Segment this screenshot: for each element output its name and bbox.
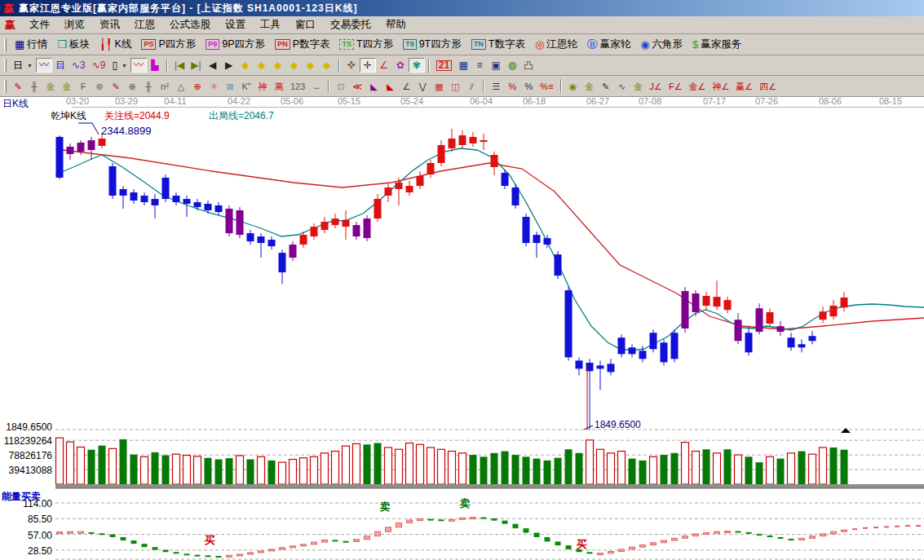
quotes-button[interactable]: ▦行情 bbox=[10, 36, 52, 53]
save-button[interactable]: ▣ bbox=[488, 58, 504, 73]
target-icon[interactable]: ⊕ bbox=[189, 79, 206, 94]
menu-browse[interactable]: 浏览 bbox=[57, 16, 92, 33]
gold-grid-icon[interactable]: 金 bbox=[42, 79, 59, 94]
h-measure-icon[interactable]: ↔ bbox=[308, 79, 325, 94]
pencil-chart-icon[interactable]: ✎ bbox=[108, 79, 124, 94]
angle-f-icon[interactable]: F∠ bbox=[665, 79, 686, 94]
menu-help[interactable]: 帮助 bbox=[378, 16, 413, 33]
pencil-red-icon[interactable]: ✎ bbox=[10, 79, 26, 94]
grid-icon[interactable]: ╫ bbox=[26, 79, 42, 94]
red-grid2-icon: ◫ bbox=[451, 81, 459, 92]
percent-lines-icon[interactable]: ☰ bbox=[488, 79, 504, 94]
calendar-21-button[interactable]: 21 bbox=[433, 59, 455, 73]
diamond-left-button[interactable]: ◆ bbox=[237, 58, 254, 73]
next-button[interactable]: ▶ bbox=[221, 58, 237, 73]
diamond-split-h-button[interactable]: ◆ bbox=[303, 58, 319, 73]
box-measure-icon[interactable]: ⊡ bbox=[333, 79, 349, 94]
t-number-table-button[interactable]: TNT数字表 bbox=[466, 36, 530, 53]
last-page-button[interactable]: ▶| bbox=[188, 58, 204, 73]
period-day-dropdown[interactable]: 日▼ bbox=[10, 58, 36, 73]
histogram-color-icon[interactable]: ▙ bbox=[147, 58, 163, 73]
menu-trade[interactable]: 交易委托 bbox=[323, 16, 378, 33]
wave-a-icon[interactable]: ∿ bbox=[614, 79, 630, 94]
gold-circle-icon[interactable]: ◉ bbox=[565, 79, 581, 94]
calculator-button[interactable]: ▦ bbox=[455, 58, 471, 73]
red-grid2-icon[interactable]: ◫ bbox=[447, 79, 463, 94]
p-square-button[interactable]: PSP四方形 bbox=[136, 36, 201, 53]
crosshair-tool-button[interactable]: ✛ bbox=[360, 58, 376, 73]
grid2-icon[interactable]: ╫ bbox=[140, 79, 157, 94]
info-doc-icon[interactable]: 目 bbox=[52, 58, 69, 73]
p-number-table-button[interactable]: PNP数字表 bbox=[270, 36, 334, 53]
pencil-lines-icon[interactable]: ✎ bbox=[598, 79, 614, 94]
wave3-icon[interactable]: ∿3 bbox=[69, 58, 89, 73]
gann-flower-tool-button[interactable]: ✿ bbox=[392, 58, 409, 73]
angle-j-icon[interactable]: J∠ bbox=[647, 79, 665, 94]
menu-file[interactable]: 文件 bbox=[22, 16, 57, 33]
spiral-icon[interactable]: ⊚ bbox=[91, 79, 108, 94]
sectors-button[interactable]: ❒板块 bbox=[52, 36, 95, 53]
t9-square-button[interactable]: T99T四方形 bbox=[398, 36, 466, 53]
diamond-split-v-button[interactable]: ◆ bbox=[319, 58, 335, 73]
rays-icon[interactable]: ≪ bbox=[349, 79, 365, 94]
diamond-expand-button[interactable]: ◆ bbox=[270, 58, 286, 73]
candle-body bbox=[618, 337, 626, 354]
angle-four-icon[interactable]: 四∠ bbox=[756, 79, 780, 94]
parallel-lines-icon[interactable]: ⫽ bbox=[463, 79, 480, 94]
circle-arrows-icon[interactable]: ⊕ bbox=[124, 79, 140, 94]
menu-info[interactable]: 资讯 bbox=[92, 16, 127, 33]
export-web-button[interactable]: ◍ bbox=[504, 58, 520, 73]
diamond-right-button[interactable]: ◆ bbox=[254, 58, 270, 73]
percent-levels-icon[interactable]: %≡ bbox=[537, 79, 556, 94]
angle-shen-icon[interactable]: 神∠ bbox=[709, 79, 732, 94]
hand-tool-button[interactable]: ✜ bbox=[343, 58, 360, 73]
percent-red-icon[interactable]: % bbox=[504, 79, 520, 94]
menu-gann[interactable]: 江恩 bbox=[127, 16, 162, 33]
red-grid-icon[interactable]: ▦ bbox=[431, 79, 447, 94]
fan-red-icon[interactable]: ◣ bbox=[382, 79, 398, 94]
fan-purple-icon[interactable]: ◣ bbox=[365, 79, 382, 94]
angle-rays-icon[interactable]: ∠ bbox=[398, 79, 414, 94]
f-grid-icon[interactable]: F bbox=[75, 79, 91, 94]
gold-grid2-icon[interactable]: 金 bbox=[59, 79, 75, 94]
gold-underline-icon[interactable]: 金 bbox=[630, 79, 647, 94]
angle-gold-icon[interactable]: 金∠ bbox=[686, 79, 710, 94]
energy-bar-up bbox=[365, 536, 370, 540]
chart-canvas[interactable]: 03-2003-2904-1104-2205-0605-1505-2406-04… bbox=[0, 97, 924, 560]
p9-square-button[interactable]: P99P四方形 bbox=[201, 36, 270, 53]
box-web-icon[interactable]: ⊠ bbox=[222, 79, 238, 94]
n-square-icon[interactable]: n² bbox=[157, 79, 173, 94]
first-page-button[interactable]: |◀ bbox=[171, 58, 188, 73]
menu-window[interactable]: 窗口 bbox=[288, 16, 323, 33]
brain-tool-button[interactable]: ✾ bbox=[409, 58, 425, 73]
print-button[interactable]: 凸 bbox=[520, 58, 537, 73]
wave9-icon[interactable]: ∿9 bbox=[89, 58, 109, 73]
zigzag-v-icon[interactable]: ⋁ bbox=[414, 79, 431, 94]
winner-wheel-button[interactable]: Ⓑ赢家轮 bbox=[582, 36, 636, 53]
menu-tools[interactable]: 工具 bbox=[253, 16, 288, 33]
kline-button[interactable]: ╽╿K线 bbox=[95, 36, 137, 53]
hexagon-button[interactable]: ◉六角形 bbox=[635, 36, 687, 53]
abacus-icon[interactable]: 123 bbox=[287, 79, 308, 94]
candle-style-dropdown[interactable]: ▯▼ bbox=[108, 58, 130, 73]
notes-button[interactable]: ≡ bbox=[471, 58, 488, 73]
gann-wheel-button[interactable]: ◎江恩轮 bbox=[530, 36, 582, 53]
prev-button[interactable]: ◀ bbox=[205, 58, 221, 73]
compass-icon[interactable]: △ bbox=[173, 79, 189, 94]
t-square-button[interactable]: TST四方形 bbox=[334, 36, 398, 53]
percent-icon[interactable]: % bbox=[520, 79, 537, 94]
zigzag-red-icon[interactable]: 〰 bbox=[130, 58, 147, 73]
menu-formula-pick[interactable]: 公式选股 bbox=[162, 16, 218, 33]
menu-settings[interactable]: 设置 bbox=[218, 16, 253, 33]
angle-line-tool-button[interactable]: ∠ bbox=[376, 58, 392, 73]
diamond-shrink-button[interactable]: ◆ bbox=[286, 58, 303, 73]
wan-grid-icon[interactable]: 萬 bbox=[271, 79, 287, 94]
energy-bar-up bbox=[471, 518, 476, 519]
zigzag-blue-icon[interactable]: 〰 bbox=[36, 58, 52, 73]
winner-service-button[interactable]: $赢家服务 bbox=[687, 36, 746, 53]
star-web-icon[interactable]: ✳ bbox=[206, 79, 222, 94]
gold-lines-icon[interactable]: 金 bbox=[581, 79, 598, 94]
shen-grid-icon[interactable]: 神 bbox=[254, 79, 271, 94]
k-quote-icon[interactable]: K" bbox=[238, 79, 254, 94]
angle-win-icon[interactable]: 赢∠ bbox=[732, 79, 756, 94]
